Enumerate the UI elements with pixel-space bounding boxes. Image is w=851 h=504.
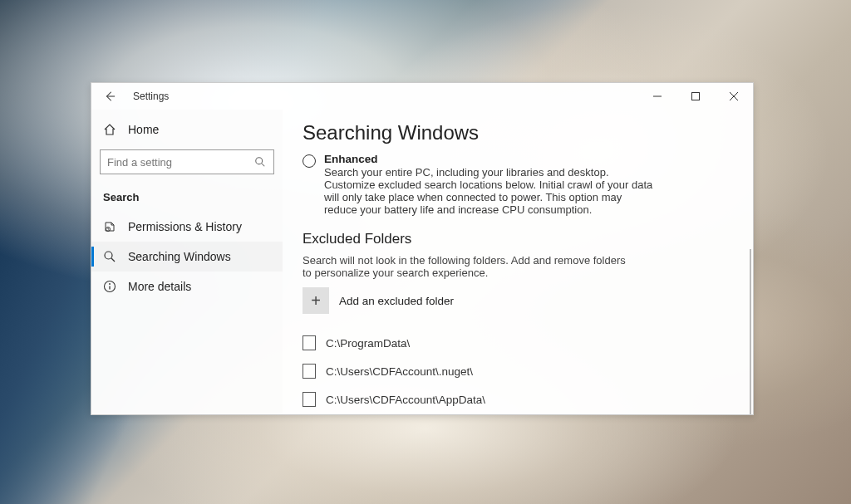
search-mode-enhanced[interactable]: Enhanced Search your entire PC, includin… [303,153,733,216]
folder-path: C:\Users\CDFAccount\.nuget\ [326,365,473,378]
folder-icon [303,364,316,379]
home-icon [103,123,116,136]
add-excluded-folder-label: Add an excluded folder [339,295,454,307]
maximize-button[interactable] [676,83,715,110]
sidebar-item-permissions[interactable]: Permissions & History [91,212,283,242]
sidebar: Home Search Permissions & History Searc [91,110,283,414]
option-description: Search your entire PC, including your li… [324,166,652,216]
svg-point-1 [256,158,263,164]
search-icon [253,155,267,169]
page-title: Searching Windows [303,121,733,144]
find-setting-box[interactable] [100,149,274,174]
home-button[interactable]: Home [91,116,283,143]
sidebar-item-label: Permissions & History [128,220,242,233]
sidebar-section-heading: Search [91,186,283,212]
search-icon [103,250,116,263]
option-name: Enhanced [324,153,657,165]
content-pane: Searching Windows Enhanced Search your e… [283,110,753,414]
excluded-folder-item[interactable]: C:\Users\CDFAccount\AppData\ [303,385,733,413]
excluded-folder-item[interactable]: C:\ProgramData\ [303,329,733,357]
svg-rect-0 [692,93,700,100]
settings-window: Settings Home [91,82,754,415]
excluded-folders-heading: Excluded Folders [303,231,733,247]
folder-icon [303,392,316,407]
add-excluded-folder-button[interactable]: + Add an excluded folder [303,287,733,314]
svg-point-3 [105,252,112,259]
scrollbar[interactable] [750,249,751,414]
radio-icon [303,154,316,168]
window-controls [638,83,753,110]
excluded-folder-item[interactable]: C:\Users\CDFAccount\MicrosoftEdgeBackups… [303,413,733,414]
excluded-folders-description: Search will not look in the following fo… [303,254,635,279]
svg-point-5 [109,283,111,285]
sidebar-item-searching-windows[interactable]: Searching Windows [91,242,283,272]
option-text: Enhanced Search your entire PC, includin… [324,153,657,216]
home-label: Home [128,123,159,136]
close-button[interactable] [715,83,753,110]
app-title: Settings [133,91,169,102]
folder-path: C:\ProgramData\ [326,337,410,350]
info-icon [103,280,116,293]
back-button[interactable] [101,88,118,105]
folder-icon [303,335,316,350]
sidebar-item-more-details[interactable]: More details [91,272,283,301]
history-icon [103,220,116,233]
find-setting-input[interactable] [107,156,247,169]
folder-path: C:\Users\CDFAccount\AppData\ [326,394,485,406]
sidebar-item-label: Searching Windows [128,250,231,263]
excluded-folder-item[interactable]: C:\Users\CDFAccount\.nuget\ [303,357,733,385]
sidebar-item-label: More details [128,280,191,293]
minimize-button[interactable] [638,83,676,110]
titlebar: Settings [91,83,753,110]
plus-icon: + [303,287,329,314]
